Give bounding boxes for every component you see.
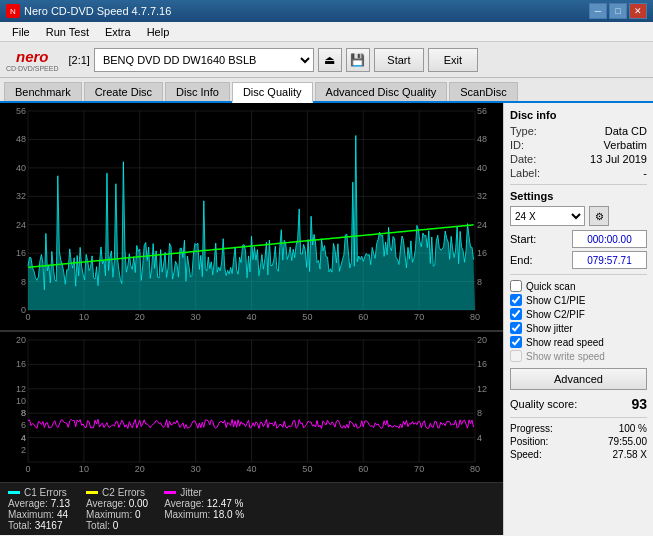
show-c2-checkbox[interactable] bbox=[510, 308, 522, 320]
c2-label: C2 Errors bbox=[102, 487, 145, 498]
drive-select[interactable]: BENQ DVD DD DW1640 BSLB bbox=[94, 48, 314, 72]
legend: C1 Errors Average: 7.13 Maximum: 44 Tota… bbox=[0, 482, 503, 535]
position-label: Position: bbox=[510, 436, 548, 447]
speed-value: 27.58 X bbox=[613, 449, 647, 460]
show-write-speed-label: Show write speed bbox=[526, 351, 605, 362]
c2-total-label: Total: bbox=[86, 520, 110, 531]
show-write-speed-row: Show write speed bbox=[510, 350, 647, 362]
title-bar: N Nero CD-DVD Speed 4.7.7.16 ─ □ ✕ bbox=[0, 0, 653, 22]
quick-scan-checkbox[interactable] bbox=[510, 280, 522, 292]
quality-score-value: 93 bbox=[631, 396, 647, 412]
show-read-speed-row[interactable]: Show read speed bbox=[510, 336, 647, 348]
advanced-button[interactable]: Advanced bbox=[510, 368, 647, 390]
jitter-chart bbox=[0, 332, 503, 482]
jitter-chart-area bbox=[0, 332, 503, 482]
right-panel: Disc info Type: Data CD ID: Verbatim Dat… bbox=[503, 103, 653, 535]
date-value: 13 Jul 2019 bbox=[590, 153, 647, 165]
end-field[interactable] bbox=[572, 251, 647, 269]
eject-button[interactable]: ⏏ bbox=[318, 48, 342, 72]
tab-disc-quality[interactable]: Disc Quality bbox=[232, 82, 313, 103]
c1-c2-chart bbox=[0, 103, 503, 330]
settings-icon-button[interactable]: ⚙ bbox=[589, 206, 609, 226]
quick-scan-label: Quick scan bbox=[526, 281, 575, 292]
save-button[interactable]: 💾 bbox=[346, 48, 370, 72]
show-jitter-label: Show jitter bbox=[526, 323, 573, 334]
start-button[interactable]: Start bbox=[374, 48, 424, 72]
c2-avg-label: Average: bbox=[86, 498, 126, 509]
legend-c1: C1 Errors Average: 7.13 Maximum: 44 Tota… bbox=[8, 487, 70, 531]
window-controls[interactable]: ─ □ ✕ bbox=[589, 3, 647, 19]
menu-extra[interactable]: Extra bbox=[97, 24, 139, 40]
c2-max-label: Maximum: bbox=[86, 509, 132, 520]
show-read-speed-checkbox[interactable] bbox=[510, 336, 522, 348]
quick-scan-row[interactable]: Quick scan bbox=[510, 280, 647, 292]
legend-c2: C2 Errors Average: 0.00 Maximum: 0 Total… bbox=[86, 487, 148, 531]
show-c1-checkbox[interactable] bbox=[510, 294, 522, 306]
jitter-label: Jitter bbox=[180, 487, 202, 498]
c1-total-value: 34167 bbox=[35, 520, 63, 531]
tab-scan-disc[interactable]: ScanDisc bbox=[449, 82, 517, 101]
show-c2-label: Show C2/PIF bbox=[526, 309, 585, 320]
jitter-max-label: Maximum: bbox=[164, 509, 210, 520]
show-c2-row[interactable]: Show C2/PIF bbox=[510, 308, 647, 320]
c1-max-value: 44 bbox=[57, 509, 68, 520]
minimize-button[interactable]: ─ bbox=[589, 3, 607, 19]
show-read-speed-label: Show read speed bbox=[526, 337, 604, 348]
speed-select[interactable]: 24 X bbox=[510, 206, 585, 226]
app-title: Nero CD-DVD Speed 4.7.7.16 bbox=[24, 5, 171, 17]
c2-color-swatch bbox=[86, 491, 98, 494]
settings-title: Settings bbox=[510, 190, 647, 202]
c1-label: C1 Errors bbox=[24, 487, 67, 498]
menu-run-test[interactable]: Run Test bbox=[38, 24, 97, 40]
menu-help[interactable]: Help bbox=[139, 24, 178, 40]
show-c1-row[interactable]: Show C1/PIE bbox=[510, 294, 647, 306]
show-jitter-row[interactable]: Show jitter bbox=[510, 322, 647, 334]
tab-advanced-disc-quality[interactable]: Advanced Disc Quality bbox=[315, 82, 448, 101]
disc-info-title: Disc info bbox=[510, 109, 647, 121]
id-label: ID: bbox=[510, 139, 524, 151]
c1-max-label: Maximum: bbox=[8, 509, 54, 520]
progress-value: 100 % bbox=[619, 423, 647, 434]
id-value: Verbatim bbox=[604, 139, 647, 151]
jitter-avg-value: 12.47 % bbox=[207, 498, 244, 509]
type-label: Type: bbox=[510, 125, 537, 137]
drive-label: [2:1] bbox=[69, 54, 90, 66]
start-field[interactable] bbox=[572, 230, 647, 248]
menu-bar: File Run Test Extra Help bbox=[0, 22, 653, 42]
disc-label-label: Label: bbox=[510, 167, 540, 179]
start-field-label: Start: bbox=[510, 233, 536, 245]
c1-total-label: Total: bbox=[8, 520, 32, 531]
nero-logo: nero bbox=[16, 48, 49, 65]
c1-avg-label: Average: bbox=[8, 498, 48, 509]
menu-file[interactable]: File bbox=[4, 24, 38, 40]
tab-create-disc[interactable]: Create Disc bbox=[84, 82, 163, 101]
progress-label: Progress: bbox=[510, 423, 553, 434]
c2-total-value: 0 bbox=[113, 520, 119, 531]
chart-area bbox=[0, 103, 503, 330]
app-icon: N bbox=[6, 4, 20, 18]
tab-benchmark[interactable]: Benchmark bbox=[4, 82, 82, 101]
nero-logo-area: nero CD·DVD/SPEED bbox=[6, 48, 59, 72]
speed-label: Speed: bbox=[510, 449, 542, 460]
quality-score-label: Quality score: bbox=[510, 398, 577, 410]
position-value: 79:55.00 bbox=[608, 436, 647, 447]
c2-avg-value: 0.00 bbox=[129, 498, 148, 509]
disc-label-value: - bbox=[643, 167, 647, 179]
end-field-label: End: bbox=[510, 254, 533, 266]
c2-max-value: 0 bbox=[135, 509, 141, 520]
show-c1-label: Show C1/PIE bbox=[526, 295, 585, 306]
toolbar: nero CD·DVD/SPEED [2:1] BENQ DVD DD DW16… bbox=[0, 42, 653, 78]
jitter-max-value: 18.0 % bbox=[213, 509, 244, 520]
jitter-color-swatch bbox=[164, 491, 176, 494]
tab-disc-info[interactable]: Disc Info bbox=[165, 82, 230, 101]
c1-color-swatch bbox=[8, 491, 20, 494]
tab-bar: Benchmark Create Disc Disc Info Disc Qua… bbox=[0, 78, 653, 103]
maximize-button[interactable]: □ bbox=[609, 3, 627, 19]
c1-avg-value: 7.13 bbox=[51, 498, 70, 509]
main-content: C1 Errors Average: 7.13 Maximum: 44 Tota… bbox=[0, 103, 653, 535]
show-jitter-checkbox[interactable] bbox=[510, 322, 522, 334]
date-label: Date: bbox=[510, 153, 536, 165]
exit-button[interactable]: Exit bbox=[428, 48, 478, 72]
show-write-speed-checkbox bbox=[510, 350, 522, 362]
close-button[interactable]: ✕ bbox=[629, 3, 647, 19]
